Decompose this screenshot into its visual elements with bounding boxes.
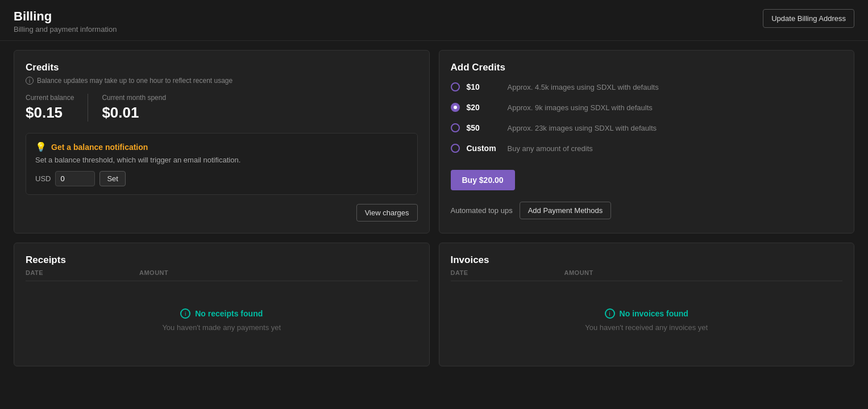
notification-desc: Set a balance threshold, which will trig… [35,156,408,164]
invoices-empty-title-row: i No invoices found [605,308,688,319]
receipts-empty-state: i No receipts found You haven't made any… [26,286,418,354]
receipts-empty-icon: i [180,308,190,319]
invoices-amount-col: AMOUNT [564,269,593,276]
top-cards: Credits i Balance updates may take up to… [0,41,868,243]
bottom-cards: Receipts DATE AMOUNT i No receipts found… [0,243,868,380]
credits-card: Credits i Balance updates may take up to… [14,50,430,233]
radio-desc-0: Approx. 4.5k images using SDXL with defa… [508,83,659,91]
balance-divider [88,94,88,122]
receipts-amount-col: AMOUNT [139,269,168,276]
invoices-empty-state: i No invoices found You haven't received… [451,286,843,354]
radio-desc-1: Approx. 9k images using SDXL with defaul… [508,103,653,112]
invoices-table-header: DATE AMOUNT [451,269,843,281]
radio-desc-2: Approx. 23k images using SDXL with defau… [508,124,657,132]
receipts-empty-title: No receipts found [195,309,263,318]
notification-title: 💡 Get a balance notification [35,141,408,152]
bulb-icon: 💡 [35,141,47,152]
page-title: Billing [14,9,117,24]
buy-button[interactable]: Buy $20.00 [451,170,515,190]
radio-amount-3: Custom [467,144,501,153]
radio-amount-0: $10 [467,82,501,91]
radio-option-1[interactable]: $20Approx. 9k images using SDXL with def… [451,97,843,118]
radio-amount-2: $50 [467,123,501,132]
receipts-table-header: DATE AMOUNT [26,269,418,281]
threshold-input[interactable] [55,171,95,186]
current-balance-value: $0.15 [26,104,74,122]
add-credits-title: Add Credits [451,62,843,73]
credits-info-row: i Balance updates may take up to one hou… [26,77,418,85]
balance-row: Current balance $0.15 Current month spen… [26,94,418,122]
view-charges-row: View charges [26,204,418,222]
receipts-empty-desc: You haven't made any payments yet [162,323,281,332]
invoices-card: Invoices DATE AMOUNT i No invoices found… [439,243,855,366]
notification-box: 💡 Get a balance notification Set a balan… [26,133,418,195]
page-subtitle: Billing and payment information [14,25,117,34]
month-spend: Current month spend $0.01 [102,94,166,122]
radio-options: $10Approx. 4.5k images using SDXL with d… [451,77,843,158]
invoices-empty-icon: i [605,308,615,319]
current-balance-label: Current balance [26,94,74,102]
radio-circle-0 [451,82,460,91]
radio-option-2[interactable]: $50Approx. 23k images using SDXL with de… [451,118,843,138]
radio-circle-2 [451,123,460,132]
receipts-card: Receipts DATE AMOUNT i No receipts found… [14,243,430,366]
update-billing-button[interactable]: Update Billing Address [763,9,854,28]
add-credits-card: Add Credits $10Approx. 4.5k images using… [439,50,855,233]
receipts-date-col: DATE [26,269,139,276]
credits-info-text: Balance updates may take up to one hour … [37,77,232,85]
invoices-date-col: DATE [451,269,564,276]
page-header: Billing Billing and payment information … [0,0,868,41]
automated-row: Automated top ups Add Payment Methods [451,202,843,219]
invoices-empty-desc: You haven't received any invoices yet [585,323,708,332]
invoices-empty-title: No invoices found [620,309,688,318]
view-charges-button[interactable]: View charges [356,204,418,222]
radio-desc-3: Buy any amount of credits [508,144,593,153]
radio-circle-3 [451,144,460,153]
set-button[interactable]: Set [99,171,126,186]
radio-option-0[interactable]: $10Approx. 4.5k images using SDXL with d… [451,77,843,97]
current-balance: Current balance $0.15 [26,94,74,122]
radio-circle-1 [451,103,460,112]
credits-title: Credits [26,62,418,73]
month-spend-value: $0.01 [102,104,166,122]
receipts-title: Receipts [26,254,418,266]
receipts-empty-title-row: i No receipts found [180,308,263,319]
radio-option-3[interactable]: CustomBuy any amount of credits [451,138,843,158]
invoices-title: Invoices [451,254,843,266]
header-left: Billing Billing and payment information [14,9,117,34]
add-payment-button[interactable]: Add Payment Methods [520,202,612,219]
month-spend-label: Current month spend [102,94,166,102]
notification-title-text: Get a balance notification [51,143,148,152]
usd-label: USD [35,174,51,183]
info-icon: i [26,77,34,85]
automated-label: Automated top ups [451,206,513,215]
threshold-row: USD Set [35,171,408,186]
radio-amount-1: $20 [467,103,501,112]
